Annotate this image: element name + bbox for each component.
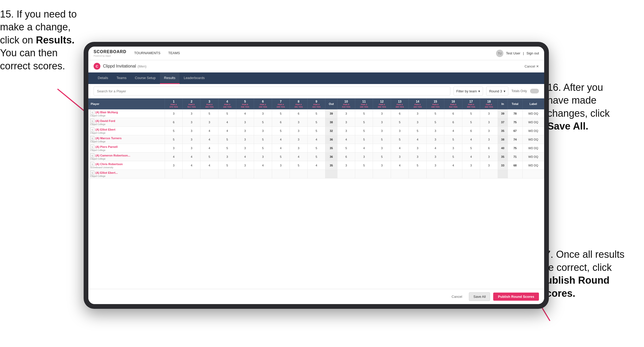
score-hole-10[interactable]: 3 — [337, 127, 355, 135]
score-hole-6[interactable]: 5 — [254, 144, 272, 153]
score-hole-13[interactable]: 3 — [391, 153, 409, 161]
dq-button[interactable]: DQ — [534, 129, 538, 132]
score-hole-4[interactable]: 5 — [218, 109, 236, 118]
score-hole-4[interactable] — [218, 170, 236, 178]
score-hole-16[interactable]: 6 — [444, 109, 462, 118]
score-hole-10[interactable] — [337, 170, 355, 178]
score-hole-12[interactable]: 3 — [373, 118, 391, 127]
score-hole-3[interactable]: 5 — [200, 109, 218, 118]
score-hole-7[interactable]: 6 — [272, 118, 290, 127]
score-hole-5[interactable] — [236, 170, 254, 178]
score-hole-6[interactable]: 5 — [254, 118, 272, 127]
score-hole-11[interactable]: 3 — [355, 153, 373, 161]
score-hole-17[interactable] — [462, 170, 480, 178]
score-hole-5[interactable]: 3 — [236, 161, 254, 170]
score-hole-9[interactable]: 5 — [308, 109, 325, 118]
score-hole-2[interactable]: 3 — [183, 109, 200, 118]
score-hole-4[interactable]: 5 — [218, 161, 236, 170]
score-hole-16[interactable]: 3 — [444, 144, 462, 153]
score-hole-13[interactable] — [391, 170, 409, 178]
score-hole-17[interactable]: 4 — [462, 135, 480, 144]
save-all-button[interactable]: Save All — [469, 292, 490, 301]
score-hole-5[interactable]: 3 — [236, 135, 254, 144]
sign-out-link[interactable]: Sign out — [526, 51, 539, 55]
score-hole-14[interactable]: 5 — [409, 161, 426, 170]
score-hole-18[interactable]: 6 — [480, 144, 498, 153]
score-hole-15[interactable]: 3 — [427, 161, 444, 170]
score-hole-6[interactable]: 4 — [254, 161, 272, 170]
score-hole-16[interactable] — [444, 170, 462, 178]
score-hole-10[interactable]: 6 — [337, 153, 355, 161]
score-hole-7[interactable]: 5 — [272, 153, 290, 161]
score-hole-4[interactable]: 5 — [218, 144, 236, 153]
score-hole-18[interactable]: 3 — [480, 161, 498, 170]
score-hole-7[interactable]: 5 — [272, 127, 290, 135]
score-hole-10[interactable]: 3 — [337, 161, 355, 170]
score-hole-3[interactable]: 3 — [200, 118, 218, 127]
publish-round-scores-button[interactable]: Publish Round Scores — [493, 293, 539, 301]
score-hole-12[interactable] — [373, 170, 391, 178]
score-hole-8[interactable] — [290, 170, 307, 178]
wd-button[interactable]: WD — [528, 164, 533, 167]
score-hole-1[interactable] — [165, 170, 182, 178]
score-hole-4[interactable]: 3 — [218, 153, 236, 161]
score-hole-11[interactable] — [355, 170, 373, 178]
score-hole-1[interactable]: 5 — [165, 135, 182, 144]
score-hole-9[interactable]: 4 — [308, 135, 325, 144]
score-hole-3[interactable]: 4 — [200, 144, 218, 153]
score-hole-7[interactable] — [272, 170, 290, 178]
tab-results[interactable]: Results — [160, 72, 180, 84]
score-hole-3[interactable] — [200, 170, 218, 178]
wd-button[interactable]: WD — [528, 112, 533, 115]
score-hole-3[interactable]: 4 — [200, 135, 218, 144]
score-hole-14[interactable]: 3 — [409, 153, 426, 161]
score-hole-17[interactable]: 5 — [462, 144, 480, 153]
score-hole-6[interactable]: 5 — [254, 135, 272, 144]
score-hole-18[interactable] — [480, 170, 498, 178]
score-hole-1[interactable]: 3 — [165, 144, 182, 153]
score-hole-9[interactable]: 5 — [308, 153, 325, 161]
score-hole-8[interactable]: 4 — [290, 153, 307, 161]
score-hole-16[interactable]: 5 — [444, 135, 462, 144]
cancel-button[interactable]: Cancel — [448, 293, 466, 301]
score-hole-8[interactable]: 3 — [290, 135, 307, 144]
score-hole-13[interactable]: 4 — [391, 144, 409, 153]
score-hole-2[interactable]: 3 — [183, 135, 200, 144]
score-hole-14[interactable]: 3 — [409, 144, 426, 153]
score-hole-15[interactable] — [427, 170, 444, 178]
score-hole-14[interactable]: 4 — [409, 135, 426, 144]
score-hole-12[interactable]: 3 — [373, 161, 391, 170]
score-hole-15[interactable]: 5 — [427, 118, 444, 127]
score-hole-5[interactable]: 3 — [236, 144, 254, 153]
dq-button[interactable]: DQ — [534, 155, 538, 158]
score-hole-6[interactable]: 3 — [254, 127, 272, 135]
score-hole-18[interactable]: 3 — [480, 153, 498, 161]
totals-only-toggle[interactable] — [530, 89, 539, 93]
dq-button[interactable]: DQ — [534, 164, 538, 167]
score-hole-11[interactable]: 5 — [355, 135, 373, 144]
score-hole-6[interactable] — [254, 170, 272, 178]
score-hole-12[interactable]: 5 — [373, 153, 391, 161]
score-hole-3[interactable]: 5 — [200, 153, 218, 161]
score-hole-18[interactable]: 3 — [480, 127, 498, 135]
score-hole-2[interactable]: 3 — [183, 118, 200, 127]
nav-teams[interactable]: TEAMS — [168, 50, 180, 57]
dq-button[interactable]: DQ — [534, 147, 538, 150]
cancel-tournament-btn[interactable]: Cancel ✕ — [525, 64, 539, 68]
score-hole-14[interactable]: 3 — [409, 118, 426, 127]
score-hole-9[interactable] — [308, 170, 325, 178]
score-hole-5[interactable]: 4 — [236, 109, 254, 118]
score-hole-2[interactable]: 3 — [183, 127, 200, 135]
score-hole-4[interactable]: 4 — [218, 118, 236, 127]
score-hole-16[interactable]: 6 — [444, 118, 462, 127]
score-hole-9[interactable]: 5 — [308, 118, 325, 127]
wd-button[interactable]: WD — [528, 147, 533, 150]
search-input[interactable] — [94, 87, 450, 96]
score-hole-11[interactable]: 5 — [355, 127, 373, 135]
score-hole-8[interactable]: 6 — [290, 109, 307, 118]
score-hole-16[interactable]: 5 — [444, 153, 462, 161]
score-hole-8[interactable]: 3 — [290, 118, 307, 127]
score-hole-1[interactable]: 3 — [165, 109, 182, 118]
filter-team-dropdown[interactable]: Filter by team ▾ — [453, 87, 483, 96]
score-hole-17[interactable]: 4 — [462, 153, 480, 161]
